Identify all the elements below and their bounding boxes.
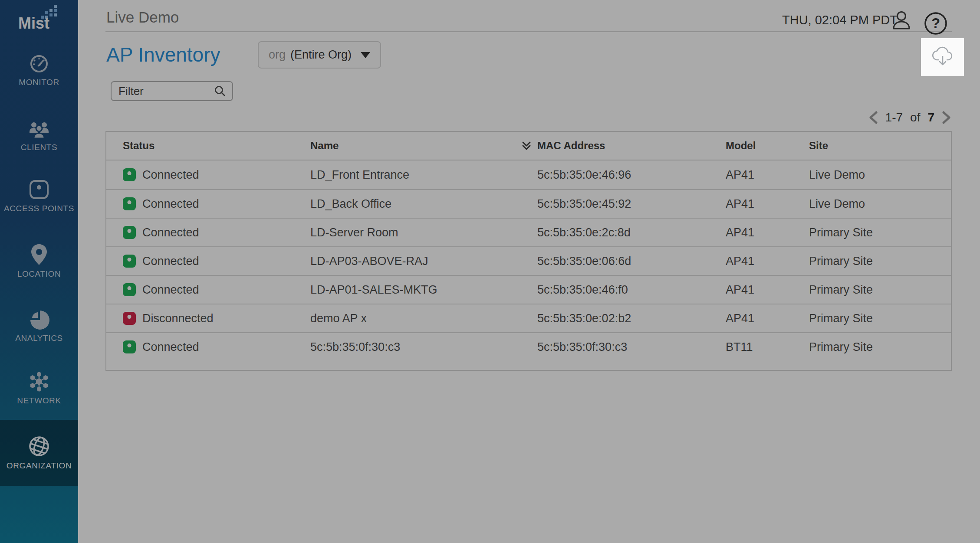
dim-overlay <box>0 0 980 543</box>
download-inventory-button[interactable] <box>921 38 964 76</box>
ap-inventory-page: Mist MONITOR CLIENTS <box>0 0 980 543</box>
cloud-download-icon <box>931 46 954 68</box>
